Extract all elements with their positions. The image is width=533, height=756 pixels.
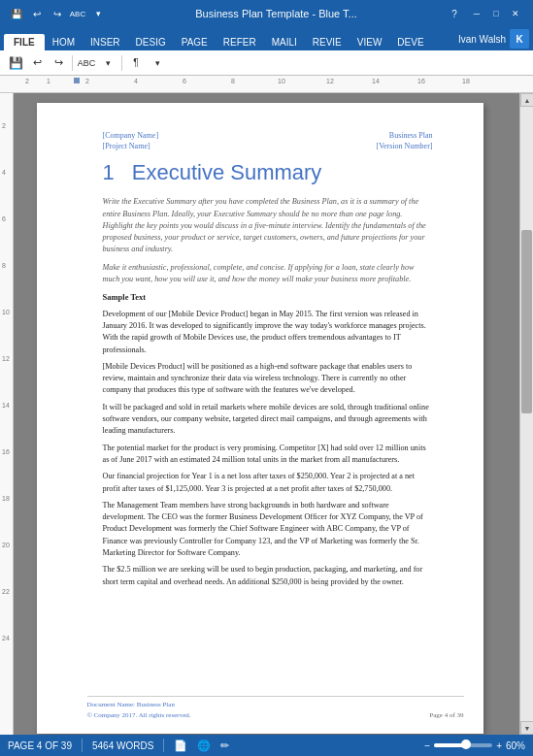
heading-number: 1 <box>103 157 115 188</box>
help-icon[interactable]: ? <box>446 5 463 22</box>
spell-icon[interactable]: ABC <box>69 5 86 22</box>
v-ruler-22: 22 <box>2 588 10 595</box>
project-name: [Project Name] <box>103 141 159 151</box>
divider-2 <box>121 55 122 71</box>
intro-paragraph-2: Make it enthusiastic, professional, comp… <box>103 262 433 286</box>
status-bar: PAGE 4 OF 39 5464 WORDS 📄 🌐 ✏ − + 60% <box>0 735 533 756</box>
vertical-ruler: 2 4 6 8 10 12 14 16 18 20 22 24 <box>0 93 14 735</box>
zoom-thumb[interactable] <box>461 740 471 749</box>
zoom-in-button[interactable]: + <box>496 740 502 751</box>
ribbon-tabs: FILE HOM INSER DESIG PAGE REFER MAILI RE… <box>0 27 533 50</box>
v-ruler-10: 10 <box>2 309 10 315</box>
ruler-mark-12: 12 <box>326 78 334 84</box>
doc-type: Business Plan <box>377 130 433 141</box>
v-ruler-20: 20 <box>2 542 10 548</box>
body-para-3: The potential market for the product is … <box>103 443 433 467</box>
ruler-mark-14: 14 <box>372 78 380 84</box>
minimize-button[interactable]: ─ <box>467 4 486 23</box>
copyright: © Company 2017. All rights reserved. <box>87 710 464 721</box>
footer-left: Document Name: Business Plan © Company 2… <box>87 700 464 720</box>
doc-icon: 📄 <box>174 740 187 752</box>
body-para-2: It will be packaged and sold in retail m… <box>103 402 433 438</box>
divider-1 <box>72 55 73 71</box>
rb-spell-icon[interactable]: ABC <box>77 53 96 73</box>
scrollbar-thumb[interactable] <box>521 230 532 414</box>
zoom-slider[interactable]: − + 60% <box>424 740 525 751</box>
tab-mailings[interactable]: MAILI <box>264 34 305 50</box>
user-avatar: K <box>510 29 529 49</box>
v-ruler-8: 8 <box>2 262 6 269</box>
tab-home[interactable]: HOM <box>45 34 83 50</box>
ruler-mark-16: 16 <box>417 78 425 84</box>
scroll-down-button[interactable]: ▼ <box>520 721 533 735</box>
ruler-mark-neg2: 2 <box>25 78 29 84</box>
company-name: [Company Name] <box>103 130 159 141</box>
doc-name: Document Name: Business Plan <box>87 700 464 710</box>
title-bar-icons: 💾 ↩ ↪ ABC ▾ <box>8 5 107 22</box>
tab-references[interactable]: REFER <box>216 34 264 50</box>
intro-paragraph-1: Write the Executive Summary after you ha… <box>103 196 433 255</box>
redo-icon[interactable]: ↪ <box>49 5 66 22</box>
tab-view[interactable]: VIEW <box>350 34 390 50</box>
body-para-1: [Mobile Devices Product] will be positio… <box>103 361 433 397</box>
v-ruler-24: 24 <box>2 635 10 641</box>
tab-insert[interactable]: INSER <box>83 34 128 50</box>
v-ruler-16: 16 <box>2 448 10 455</box>
ruler-content: 2 1 2 4 6 8 10 12 14 16 18 <box>8 76 525 92</box>
maximize-button[interactable]: □ <box>486 4 506 23</box>
sample-text-label: Sample Text <box>103 291 433 303</box>
rb-format1-icon[interactable]: ¶ <box>126 53 146 73</box>
page-count: PAGE 4 OF 39 <box>8 740 72 751</box>
tab-developer[interactable]: DEVE <box>389 34 431 50</box>
page-footer: Document Name: Business Plan © Company 2… <box>87 696 464 720</box>
page-number: Page 4 of 39 <box>429 710 463 720</box>
document-area: 2 4 6 8 10 12 14 16 18 20 22 24 [Company… <box>0 93 519 735</box>
tab-design[interactable]: DESIG <box>128 34 174 50</box>
zoom-track[interactable] <box>434 743 492 747</box>
window-controls: ─ □ ✕ <box>467 4 525 23</box>
rb-undo-icon[interactable]: ↩ <box>27 53 47 73</box>
header-left: [Company Name] [Project Name] <box>103 130 159 151</box>
horizontal-ruler: 2 1 2 4 6 8 10 12 14 16 18 <box>0 76 533 93</box>
customize-icon[interactable]: ▾ <box>89 5 107 22</box>
scrollbar-track[interactable] <box>520 107 533 721</box>
body-para-4: Our financial projection for Year 1 is a… <box>103 471 433 495</box>
status-sep-2 <box>163 739 164 752</box>
ruler-mark-2: 2 <box>85 78 89 84</box>
zoom-out-button[interactable]: − <box>424 740 430 751</box>
tab-page[interactable]: PAGE <box>174 34 216 50</box>
undo-icon[interactable]: ↩ <box>28 5 46 22</box>
vertical-scrollbar[interactable]: ▲ ▼ <box>519 93 533 735</box>
version-number: [Version Number] <box>377 141 433 151</box>
rb-save-icon[interactable]: 💾 <box>6 53 25 73</box>
save-icon[interactable]: 💾 <box>8 5 25 22</box>
ruler-mark-10: 10 <box>278 78 285 84</box>
window-title: Business Plan Template - Blue T... <box>111 8 442 19</box>
v-ruler-14: 14 <box>2 402 10 409</box>
language-icon: 🌐 <box>197 740 211 752</box>
title-bar: 💾 ↩ ↪ ABC ▾ Business Plan Template - Blu… <box>0 0 533 27</box>
rb-customize-icon[interactable]: ▾ <box>98 53 117 73</box>
body-para-0: Development of our [Mobile Device Produc… <box>103 309 433 356</box>
status-sep-1 <box>82 739 83 752</box>
word-count: 5464 WORDS <box>92 740 153 751</box>
v-ruler-6: 6 <box>2 215 6 222</box>
page-header: [Company Name] [Project Name] Business P… <box>103 130 433 151</box>
heading-title: Executive Summary <box>132 157 322 188</box>
section-heading: 1 Executive Summary <box>103 157 433 188</box>
ruler-mark-neg1: 1 <box>47 78 50 84</box>
ruler-mark-6: 6 <box>183 78 186 84</box>
rb-redo-icon[interactable]: ↪ <box>49 53 68 73</box>
ruler-handle-left[interactable] <box>74 78 80 83</box>
ribbon-bar: 💾 ↩ ↪ ABC ▾ ¶ ▾ <box>0 50 533 76</box>
ruler-mark-8: 8 <box>231 78 235 84</box>
scroll-up-button[interactable]: ▲ <box>520 93 533 107</box>
user-name: Ivan Walsh <box>458 34 506 45</box>
close-button[interactable]: ✕ <box>506 4 525 23</box>
tab-file[interactable]: FILE <box>4 34 45 50</box>
tab-review[interactable]: REVIE <box>305 34 350 50</box>
ruler-mark-4: 4 <box>134 78 138 84</box>
v-ruler-12: 12 <box>2 355 10 362</box>
zoom-level: 60% <box>506 740 525 751</box>
rb-format2-icon[interactable]: ▾ <box>148 53 167 73</box>
